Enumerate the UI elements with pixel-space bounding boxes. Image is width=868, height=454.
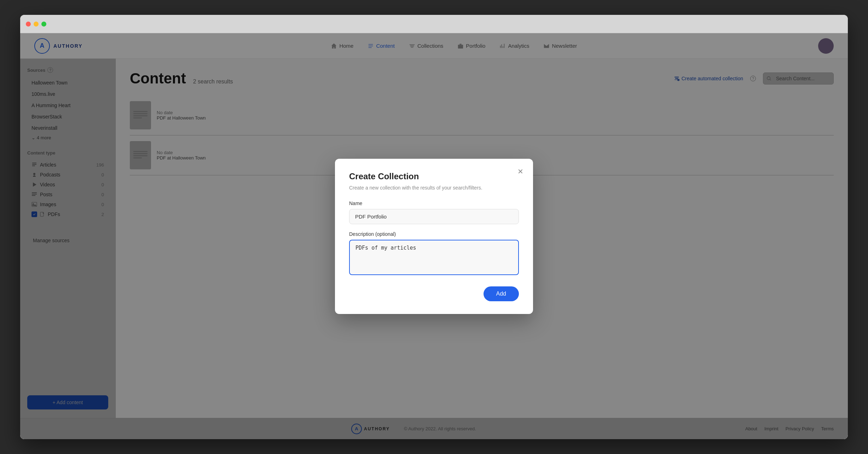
modal-close-button[interactable]: ✕ xyxy=(515,166,526,177)
name-input[interactable] xyxy=(349,209,519,224)
browser-content: A AUTHORY Home Content Collect xyxy=(20,33,848,439)
browser-titlebar xyxy=(20,15,848,33)
modal-footer: Add xyxy=(349,286,519,301)
modal-overlay[interactable]: ✕ Create Collection Create a new collect… xyxy=(20,33,848,439)
name-form-group: Name xyxy=(349,200,519,224)
name-label: Name xyxy=(349,200,519,206)
modal-title: Create Collection xyxy=(349,171,519,181)
description-label: Description (optional) xyxy=(349,231,519,237)
app-wrapper: A AUTHORY Home Content Collect xyxy=(20,33,848,439)
modal-subtitle: Create a new collection with the results… xyxy=(349,185,519,191)
maximize-window-button[interactable] xyxy=(41,22,46,27)
create-collection-modal: ✕ Create Collection Create a new collect… xyxy=(335,159,533,314)
close-window-button[interactable] xyxy=(26,22,31,27)
description-textarea[interactable]: PDFs of my articles| xyxy=(349,240,519,275)
add-button[interactable]: Add xyxy=(484,286,519,301)
description-form-group: Description (optional) PDFs of my articl… xyxy=(349,231,519,277)
minimize-window-button[interactable] xyxy=(34,22,39,27)
